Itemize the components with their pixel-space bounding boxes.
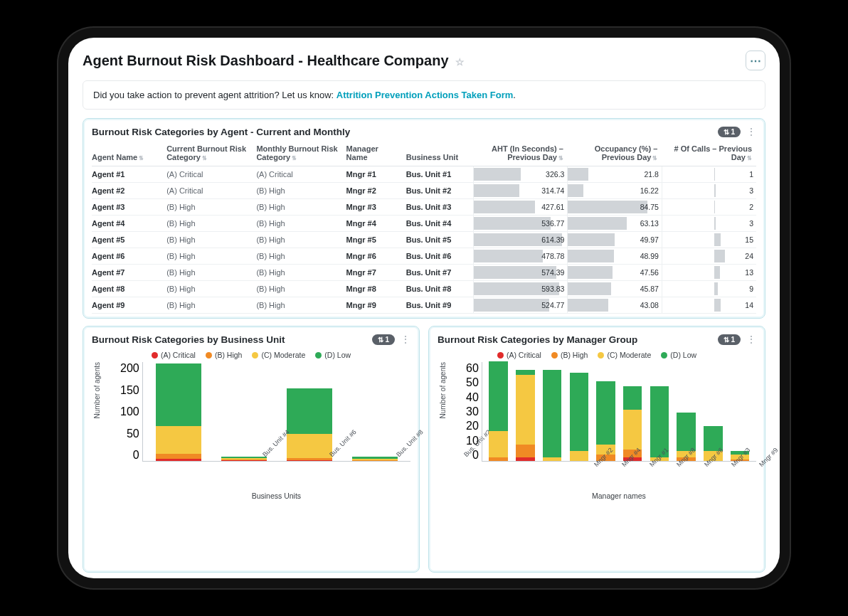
y-axis-label: Number of agents [438,362,466,419]
table-row[interactable]: Agent #7(B) High(B) HighMngr #7Bus. Unit… [92,265,756,281]
bar[interactable] [211,457,277,461]
attrition-form-link[interactable]: Attrition Prevention Actions Taken Form [336,90,513,100]
bar[interactable] [512,370,539,461]
table-title: Burnout Risk Categories by Agent - Curre… [92,127,350,137]
banner-prompt: Did you take action to prevent agent att… [93,90,336,100]
col-aht[interactable]: AHT (In Seconds) – Previous Day⇅ [473,142,568,166]
agents-table-panel: Burnout Risk Categories by Agent - Curre… [83,118,765,319]
favorite-star-icon[interactable]: ☆ [455,56,465,68]
bu-chart-area: Number of agents 200150100500 Bus. Unit … [92,362,410,568]
bar[interactable] [539,370,566,461]
table-row[interactable]: Agent #1(A) Critical(A) CriticalMngr #1B… [92,166,756,183]
col-agent-name[interactable]: Agent Name⇅ [92,142,166,166]
table-row[interactable]: Agent #2(A) Critical(B) HighMngr #2Bus. … [92,183,756,199]
col-calls[interactable]: # Of Calls – Previous Day⇅ [662,142,756,166]
mgr-chart-panel: Burnout Risk Categories by Manager Group… [428,326,765,573]
chart-legend: (A) Critical (B) High (C) Moderate (D) L… [438,351,756,359]
agents-table: Agent Name⇅ Current Burnout Risk Categor… [92,142,756,314]
charts-row: Burnout Risk Categories by Business Unit… [83,326,765,573]
sort-icon: ⇅ [292,155,297,161]
panel-controls: ⇅1 ⋮ [718,126,756,137]
page-title: Agent Burnout Risk Dashboard - Healthcar… [83,53,465,69]
filter-badge[interactable]: ⇅1 [718,334,741,345]
device-frame: Agent Burnout Risk Dashboard - Healthcar… [68,38,780,578]
chart-legend: (A) Critical (B) High (C) Moderate (D) L… [92,351,410,359]
sort-icon: ⇅ [139,155,144,161]
panel-menu-icon[interactable]: ⋮ [746,126,756,137]
sort-icon: ⇅ [747,155,752,161]
title-bar: Agent Burnout Risk Dashboard - Healthcar… [83,51,765,70]
table-row[interactable]: Agent #5(B) High(B) HighMngr #5Bus. Unit… [92,232,756,248]
mgr-chart-title: Burnout Risk Categories by Manager Group [438,334,637,345]
x-axis-label: Business Units [142,492,410,500]
filter-badge[interactable]: ⇅1 [372,334,395,345]
col-occupancy[interactable]: Occupancy (%) – Previous Day⇅ [568,142,662,166]
panel-menu-icon[interactable]: ⋮ [401,334,410,345]
col-monthly-risk[interactable]: Monthly Burnout Risk Category⇅ [256,142,346,166]
table-row[interactable]: Agent #3(B) High(B) HighMngr #3Bus. Unit… [92,199,756,216]
mgr-chart-area: Number of agents 6050403020100 Mngr #2Mn… [438,362,756,568]
action-banner: Did you take action to prevent agent att… [83,80,765,110]
col-current-risk[interactable]: Current Burnout Risk Category⇅ [166,142,256,166]
title-company: Healthcare Company [307,53,449,68]
page-menu-button[interactable]: ⋯ [746,51,765,70]
table-row[interactable]: Agent #8(B) High(B) HighMngr #8Bus. Unit… [92,281,756,297]
filter-icon: ⇅ [378,336,383,344]
title-prefix: Agent Burnout Risk Dashboard - [83,53,307,68]
table-row[interactable]: Agent #9(B) High(B) HighMngr #9Bus. Unit… [92,297,756,314]
mgr-chart-bars[interactable] [482,362,756,462]
sort-icon: ⇅ [652,155,657,161]
col-manager[interactable]: Manager Name [346,142,406,166]
x-axis-label: Manager names [482,492,756,500]
bar[interactable] [566,373,593,461]
table-header-row: Agent Name⇅ Current Burnout Risk Categor… [92,142,756,166]
sort-icon: ⇅ [202,155,207,161]
table-row[interactable]: Agent #4(B) High(B) HighMngr #4Bus. Unit… [92,216,756,232]
bar[interactable] [485,361,512,461]
bu-chart-title: Burnout Risk Categories by Business Unit [92,334,285,345]
table-row[interactable]: Agent #6(B) High(B) HighMngr #6Bus. Unit… [92,248,756,265]
y-axis-label: Number of agents [92,362,120,419]
bar[interactable] [146,363,211,461]
filter-icon: ⇅ [724,336,729,344]
filter-badge[interactable]: ⇅1 [718,127,741,137]
dashboard-screen: Agent Burnout Risk Dashboard - Healthcar… [68,38,780,578]
table-panel-head: Burnout Risk Categories by Agent - Curre… [92,126,756,137]
bu-chart-panel: Burnout Risk Categories by Business Unit… [83,326,420,573]
panel-menu-icon[interactable]: ⋮ [746,334,756,345]
sort-icon: ⇅ [558,155,563,161]
col-business-unit[interactable]: Business Unit [406,142,474,166]
filter-icon: ⇅ [724,128,729,136]
